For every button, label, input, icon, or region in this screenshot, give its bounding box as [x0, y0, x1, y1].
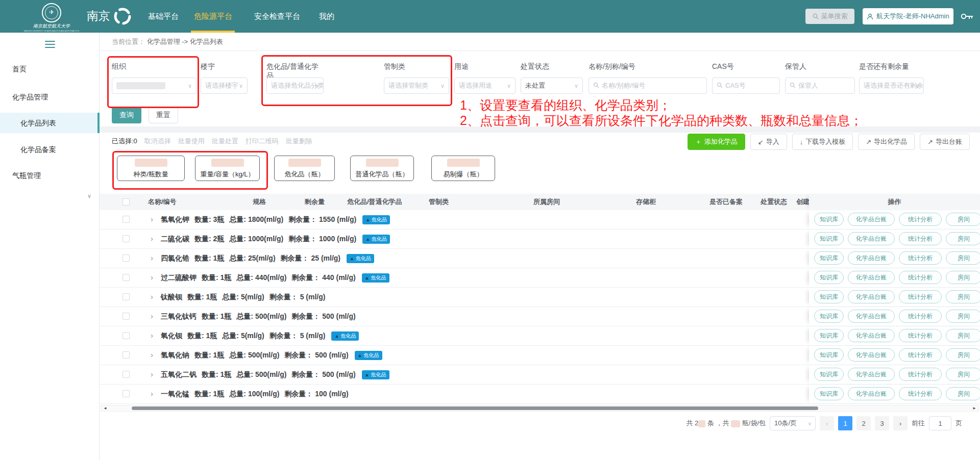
row-action-statistics[interactable]: 统计分析: [899, 310, 942, 323]
add-chemical-button[interactable]: ＋添加化学品: [688, 134, 745, 150]
page-button-2[interactable]: 2: [856, 416, 871, 430]
row-action-room[interactable]: 房间: [946, 329, 980, 342]
reset-button[interactable]: 重置: [149, 107, 178, 123]
row-action-knowledge-base[interactable]: 知识库: [814, 232, 844, 245]
next-page-button[interactable]: ›: [893, 416, 908, 430]
row-checkbox[interactable]: [122, 216, 130, 223]
filter-name-search-input[interactable]: 名称/别称/编号: [589, 78, 707, 94]
row-action-knowledge-base[interactable]: 知识库: [814, 387, 844, 400]
row-action-room[interactable]: 房间: [946, 271, 980, 284]
batch-link-4[interactable]: 批量删除: [286, 137, 312, 146]
row-action-knowledge-base[interactable]: 知识库: [814, 290, 844, 303]
key-icon[interactable]: [961, 12, 974, 22]
row-action-chemical-ledger[interactable]: 化学品台账: [848, 348, 895, 362]
row-action-chemical-ledger[interactable]: 化学品台账: [848, 290, 895, 303]
row-action-statistics[interactable]: 统计分析: [899, 368, 942, 381]
menu-search-button[interactable]: 菜单搜索: [805, 9, 854, 24]
download-template-button[interactable]: ↓下载导入模板: [792, 134, 853, 150]
sidebar-item-chemical-record[interactable]: 化学品备案: [0, 139, 100, 160]
export-ledger-button[interactable]: ↗导出台账: [920, 134, 970, 150]
expand-icon[interactable]: ›: [151, 253, 153, 262]
filter-controlled-class-select[interactable]: 请选择管制类∨: [384, 78, 449, 94]
row-action-statistics[interactable]: 统计分析: [899, 329, 942, 342]
nav-tab-2[interactable]: 安全检查平台: [254, 0, 300, 33]
filter-remaining-select-select[interactable]: 请选择是否还有剩余∨: [859, 78, 924, 94]
row-checkbox[interactable]: [122, 371, 130, 378]
expand-icon[interactable]: ›: [151, 234, 153, 243]
query-button[interactable]: 查询: [112, 107, 141, 123]
row-action-statistics[interactable]: 统计分析: [899, 271, 942, 284]
row-action-knowledge-base[interactable]: 知识库: [814, 213, 844, 226]
row-action-statistics[interactable]: 统计分析: [899, 290, 942, 303]
page-button-1[interactable]: 1: [838, 416, 852, 430]
batch-link-0[interactable]: 取消选择: [144, 137, 171, 146]
filter-org-select[interactable]: ∨: [112, 78, 197, 94]
row-action-statistics[interactable]: 统计分析: [899, 387, 942, 400]
filter-usage-select[interactable]: 请选择用途∨: [454, 78, 516, 94]
jump-page-input[interactable]: [929, 416, 951, 430]
row-action-room[interactable]: 房间: [946, 387, 980, 400]
row-checkbox[interactable]: [122, 274, 130, 281]
import-button[interactable]: ↙导入: [750, 134, 787, 150]
row-action-room[interactable]: 房间: [946, 213, 980, 226]
sidebar-item-chemical-management[interactable]: 化学品管理 ∧: [0, 87, 100, 107]
scrollbar-thumb[interactable]: [132, 406, 818, 410]
batch-link-3[interactable]: 打印二维码: [246, 137, 279, 146]
expand-icon[interactable]: ›: [151, 370, 153, 378]
row-action-room[interactable]: 房间: [946, 368, 980, 381]
row-action-knowledge-base[interactable]: 知识库: [814, 348, 844, 362]
row-action-chemical-ledger[interactable]: 化学品台账: [848, 271, 895, 284]
row-action-knowledge-base[interactable]: 知识库: [814, 251, 844, 265]
row-action-statistics[interactable]: 统计分析: [899, 213, 942, 226]
batch-link-2[interactable]: 批量处置: [212, 137, 238, 146]
scroll-right-icon[interactable]: ►: [972, 405, 976, 411]
batch-link-1[interactable]: 批量使用: [178, 137, 205, 146]
filter-keeper-search-input[interactable]: 保管人: [785, 78, 855, 94]
page-button-3[interactable]: 3: [875, 416, 889, 430]
expand-icon[interactable]: ›: [151, 350, 153, 359]
row-checkbox[interactable]: [122, 293, 130, 300]
filter-building-select[interactable]: 请选择楼宇∨: [201, 78, 248, 94]
row-action-knowledge-base[interactable]: 知识库: [814, 271, 844, 284]
expand-icon[interactable]: ›: [151, 312, 153, 320]
sidebar-item-home[interactable]: 首页: [0, 59, 100, 79]
row-action-room[interactable]: 房间: [946, 290, 980, 303]
row-checkbox[interactable]: [122, 235, 130, 242]
row-action-chemical-ledger[interactable]: 化学品台账: [848, 310, 895, 323]
sidebar-item-gas-cylinder[interactable]: 气瓶管理 ∨: [0, 165, 100, 186]
row-action-room[interactable]: 房间: [946, 232, 980, 245]
expand-icon[interactable]: ›: [151, 215, 153, 223]
filter-disposal-status-select[interactable]: 未处置∨: [521, 78, 583, 94]
row-action-chemical-ledger[interactable]: 化学品台账: [848, 232, 895, 245]
row-action-chemical-ledger[interactable]: 化学品台账: [848, 329, 895, 342]
row-action-chemical-ledger[interactable]: 化学品台账: [848, 368, 895, 381]
nav-tab-1[interactable]: 危险源平台: [194, 0, 232, 33]
horizontal-scrollbar[interactable]: ◄ ►: [101, 405, 979, 412]
row-action-chemical-ledger[interactable]: 化学品台账: [848, 387, 895, 400]
row-action-chemical-ledger[interactable]: 化学品台账: [848, 251, 895, 265]
row-action-chemical-ledger[interactable]: 化学品台账: [848, 213, 895, 226]
sidebar-collapse-icon[interactable]: [45, 39, 55, 50]
user-account-button[interactable]: 航天学院-老师-NHAdmin: [863, 8, 953, 24]
sidebar-item-chemical-list[interactable]: 化学品列表: [0, 113, 100, 133]
row-action-room[interactable]: 房间: [946, 251, 980, 265]
expand-icon[interactable]: ›: [151, 389, 153, 398]
row-action-room[interactable]: 房间: [946, 348, 980, 362]
row-action-knowledge-base[interactable]: 知识库: [814, 368, 844, 381]
export-chemical-button[interactable]: ↗导出化学品: [858, 134, 915, 150]
nav-tab-0[interactable]: 基础平台: [148, 0, 179, 33]
row-checkbox[interactable]: [122, 332, 130, 339]
row-action-knowledge-base[interactable]: 知识库: [814, 310, 844, 323]
row-checkbox[interactable]: [122, 390, 130, 397]
row-action-statistics[interactable]: 统计分析: [899, 348, 942, 362]
expand-icon[interactable]: ›: [151, 273, 153, 282]
filter-cas-search-input[interactable]: CAS号: [712, 78, 780, 94]
scroll-left-icon[interactable]: ◄: [103, 405, 107, 411]
select-all-checkbox[interactable]: [122, 198, 130, 206]
page-size-select[interactable]: 10条/页 ∨: [770, 416, 816, 430]
filter-hazard-category-select[interactable]: 请选择危化品分类∨: [266, 78, 324, 94]
row-checkbox[interactable]: [122, 254, 130, 262]
row-action-statistics[interactable]: 统计分析: [899, 232, 942, 245]
row-checkbox[interactable]: [122, 313, 130, 320]
row-action-statistics[interactable]: 统计分析: [899, 251, 942, 265]
